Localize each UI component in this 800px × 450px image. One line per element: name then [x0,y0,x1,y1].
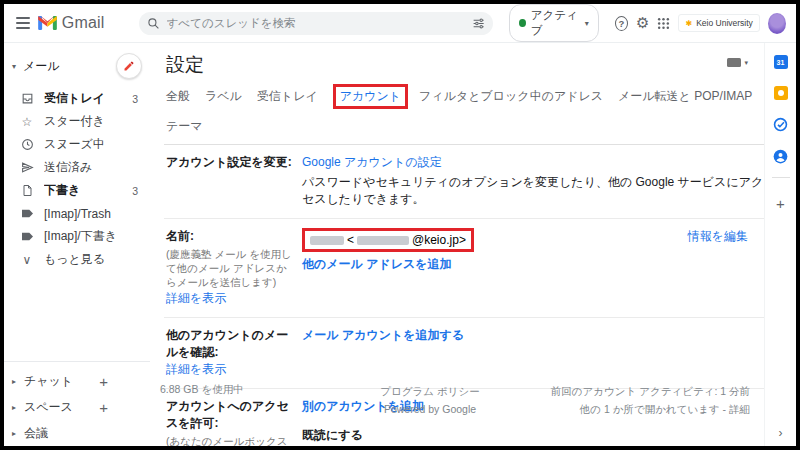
new-space-plus-icon[interactable]: + [99,399,136,416]
pencil-icon [123,60,135,72]
search-bar[interactable] [139,12,493,35]
tasks-icon[interactable] [773,117,788,132]
chevron-down-icon: ∨ [20,253,34,267]
grant-access-note: (あなたのメールボックスで閲覧/送信できるようになります) [166,434,292,446]
mark-as-read-title: 既読にする [302,427,764,444]
program-policies-link[interactable]: プログラム ポリシー [320,383,540,401]
last-account-activity: 前回のアカウント アクティビティ: 1 分前 [540,383,750,401]
sidebar-item-inbox[interactable]: 受信トレイ 3 [4,87,150,110]
name-label: 名前: [166,229,194,243]
page-title: 設定 [166,52,204,78]
collapse-panel-chevron-icon[interactable]: › [779,426,783,440]
sidebar-item-sent[interactable]: 送信済み [4,156,150,179]
app-body: ▾ メール 受信トレイ 3 ☆ [4,43,796,446]
sidebar-item-drafts[interactable]: 下書き 3 [4,179,150,202]
powered-by: Powered by Google [320,401,540,419]
gmail-wordmark: Gmail [62,14,105,32]
active-status-dot [519,19,526,27]
sidebar-item-chat[interactable]: ▸ チャット + [4,368,150,394]
label-tag-icon [20,208,34,219]
check-mail-label: 他のアカウントのメールを確認: [166,328,288,359]
compose-button[interactable] [116,53,142,79]
status-label: アクティブ [531,8,580,38]
keio-logo-icon: ✱ [685,19,692,28]
add-mail-account-link[interactable]: メール アカウントを追加する [302,328,464,342]
google-account-settings-link[interactable]: Google アカウントの設定 [302,155,442,169]
mail-section-header[interactable]: ▾ メール [4,49,150,87]
open-in-other-location[interactable]: 他の 1 か所で開かれています - 詳細 [540,401,750,419]
main-menu-icon[interactable] [16,17,30,29]
side-panel: 31 + › [764,43,796,446]
google-apps-grid-icon[interactable] [657,17,670,30]
clock-icon [20,138,34,151]
tab-accounts[interactable]: アカウント [340,89,401,103]
sidebar-item-snoozed[interactable]: スヌーズ中 [4,133,150,156]
draft-icon [20,184,34,197]
caret-right-icon: ▸ [12,403,16,412]
tab-forwarding[interactable]: メール転送と POP/IMAP [618,88,752,105]
new-chat-plus-icon[interactable]: + [99,373,136,390]
tab-inbox[interactable]: 受信トレイ [257,88,318,105]
annotation-red-box: アカウント [333,84,408,109]
settings-footer: 6.88 GB を使用中 プログラム ポリシー Powered by Googl… [160,383,750,419]
section-change-account-settings: アカウント設定を変更: Google アカウントの設定 パスワードやセキュリティ… [164,145,764,219]
section-name: 名前: (慶應義塾 メール を使用して他のメール アドレスからメールを送信します… [164,219,764,318]
sidebar-item-meet[interactable]: ▸ 会議 [4,420,150,446]
chevron-down-icon: ▾ [585,19,589,28]
drafts-count: 3 [132,185,138,197]
sidebar-bottom: ▸ チャット + ▸ スペース + ▸ 会議 [4,361,150,446]
tab-filters[interactable]: フィルタとブロック中のアドレス [419,88,603,105]
email-domain: @keio.jp> [412,233,466,247]
org-badge: ✱ Keio University [678,14,759,32]
inbox-icon [20,92,34,105]
sidebar-item-imap-trash[interactable]: [Imap]/Trash [4,202,150,225]
add-email-address-link[interactable]: 他のメール アドレスを追加 [302,257,452,271]
gmail-window: Gmail アクティブ ▾ ? ⚙ [0,0,800,450]
sidebar-item-more[interactable]: ∨ もっと見る [4,248,150,271]
section-description: パスワードやセキュリティのオプションを変更したり、他の Google サービスに… [302,174,764,208]
mail-section-label: メール [23,58,60,75]
get-addons-plus-icon[interactable]: + [776,195,785,212]
search-icon[interactable] [147,17,160,30]
inbox-count: 3 [132,93,138,105]
divider [772,177,790,178]
sidebar-item-starred[interactable]: ☆ スター付き [4,110,150,133]
section-check-other-mail: 他のアカウントのメールを確認: 詳細を表示 メール アカウントを追加する [164,318,764,389]
tab-themes[interactable]: テーマ [166,118,203,135]
caret-right-icon: ▸ [12,429,16,438]
keep-icon[interactable] [774,86,788,100]
star-icon: ☆ [20,115,34,129]
settings-tabs: 全般 ラベル 受信トレイ アカウント フィルタとブロック中のアドレス メール転送… [164,82,764,145]
settings-gear-icon[interactable]: ⚙ [636,14,649,32]
tab-labels[interactable]: ラベル [205,88,242,105]
calendar-icon[interactable]: 31 [774,55,788,69]
caret-right-icon: ▸ [12,377,16,386]
help-icon[interactable]: ? [615,16,628,31]
gmail-logo: Gmail [38,14,105,32]
tab-general[interactable]: 全般 [166,88,190,105]
collapse-caret-icon[interactable]: ▾ [12,62,16,71]
sidebar: ▾ メール 受信トレイ 3 ☆ [4,43,150,446]
edit-info-link[interactable]: 情報を編集 [688,229,748,243]
email-open-bracket: < [347,233,354,247]
app-header: Gmail アクティブ ▾ ? ⚙ [4,4,796,43]
search-input[interactable] [167,17,465,29]
annotation-red-box-email: <@keio.jp> [302,228,474,252]
redacted-display-name [310,236,344,245]
display-density-icon[interactable]: ▾ [727,58,748,67]
label-tag-icon [20,231,34,242]
divider [4,361,150,362]
search-options-tune-icon[interactable] [472,17,485,30]
sidebar-item-spaces[interactable]: ▸ スペース + [4,394,150,420]
send-icon [20,161,34,174]
gmail-m-icon [38,16,57,30]
check-mail-details-link[interactable]: 詳細を表示 [166,362,226,376]
name-details-link[interactable]: 詳細を表示 [166,291,226,305]
sidebar-item-imap-drafts[interactable]: [Imap]/下書き [4,225,150,248]
section-label: アカウント設定を変更: [166,155,292,169]
contacts-icon[interactable] [773,149,788,164]
account-avatar[interactable] [768,13,786,34]
name-note: (慶應義塾 メール を使用して他のメール アドレスからメールを送信します) [166,247,292,290]
redacted-email-local [357,236,409,245]
chat-status-selector[interactable]: アクティブ ▾ [509,4,599,42]
